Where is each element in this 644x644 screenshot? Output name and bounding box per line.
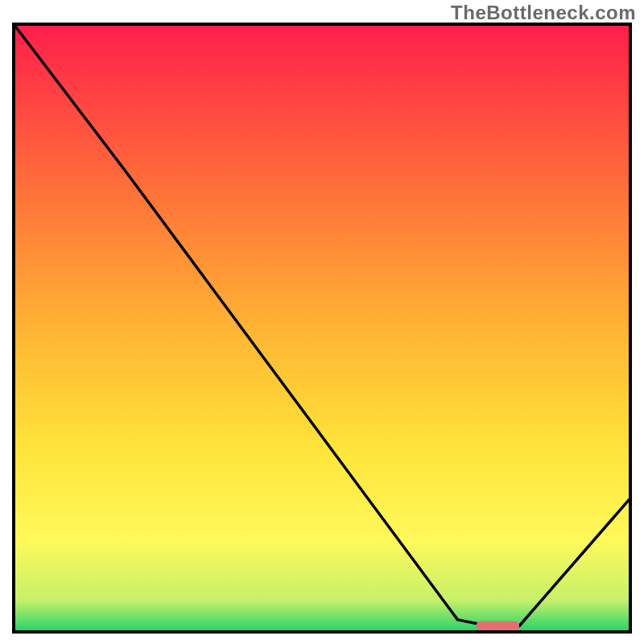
highlight-marker xyxy=(477,621,520,631)
chart-background xyxy=(15,26,629,630)
bottleneck-chart xyxy=(0,0,644,644)
chart-container: TheBottleneck.com xyxy=(0,0,644,644)
watermark-text: TheBottleneck.com xyxy=(451,2,636,24)
